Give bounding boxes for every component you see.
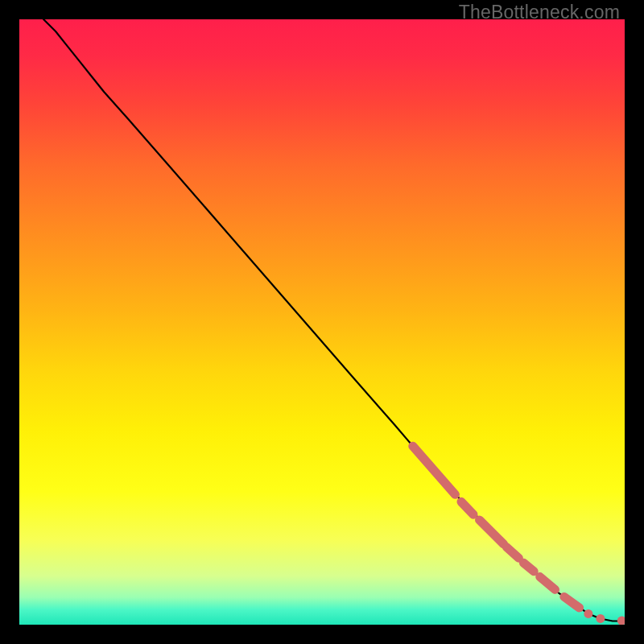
gradient-background: [19, 19, 625, 625]
chart-frame: TheBottleneck.com: [0, 0, 644, 644]
chart-svg: [19, 19, 625, 625]
plot-area: [19, 19, 625, 625]
marker-dot: [584, 609, 592, 618]
marker-dot: [596, 614, 605, 623]
